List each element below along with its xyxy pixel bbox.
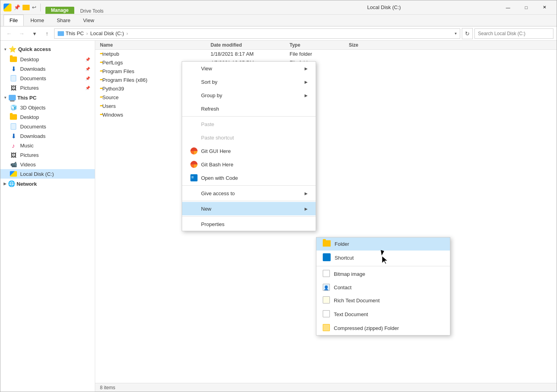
submenu-item-folder[interactable]: Folder [316, 237, 450, 251]
window-controls: — □ ✕ [499, 0, 553, 15]
ctx-sort[interactable]: Sort by ▶ [182, 75, 316, 89]
submenu-item-contact[interactable]: 👤 Contact [316, 281, 450, 294]
folder-submenu-icon [323, 240, 331, 248]
sidebar-item-videos[interactable]: 📹 Videos [0, 160, 95, 169]
search-input[interactable] [478, 31, 550, 36]
maximize-button[interactable]: □ [517, 0, 535, 15]
address-bar[interactable]: This PC › Local Disk (C:) › ▾ [54, 28, 460, 39]
submenu-arrow: ▶ [305, 93, 308, 98]
col-date-header[interactable]: Date modified [211, 42, 290, 48]
address-bar-row: ← → ▾ ↑ This PC › Local Disk (C:) › ▾ ↻ [0, 26, 557, 41]
table-row[interactable]: Program Files (x86) 1/20/2021 2:53 PM Fi… [95, 76, 557, 85]
refresh-button[interactable]: ↻ [462, 28, 473, 39]
tab-home[interactable]: Home [24, 15, 50, 26]
folder-icon [10, 56, 17, 63]
tb-folder-icon [23, 5, 30, 10]
sidebar-item-documents-quick[interactable]: Documents 📌 [0, 74, 95, 83]
vscode-icon [190, 174, 198, 182]
paste-icon [190, 120, 198, 128]
ctx-give-access[interactable]: Give access to ▶ [182, 187, 316, 200]
submenu-item-compressed[interactable]: Compressed (zipped) Folder [316, 321, 450, 335]
back-button[interactable]: ← [4, 28, 15, 39]
ctx-git-bash[interactable]: Git Bash Here [182, 158, 316, 171]
search-bar[interactable] [474, 28, 553, 39]
table-row[interactable]: inetpub 1/18/2021 8:17 AM File folder [95, 50, 557, 58]
submenu-item-shortcut[interactable]: Shortcut [316, 251, 450, 265]
network-header[interactable]: ▶ 🌐 Network [0, 179, 95, 189]
give-access-icon [190, 189, 198, 197]
submenu-item-richtext[interactable]: Rich Text Document [316, 294, 450, 307]
contact-submenu-icon: 👤 [323, 284, 330, 291]
ctx-view[interactable]: View ▶ [182, 62, 316, 75]
col-size-header[interactable]: Size [349, 42, 358, 48]
ribbon-area: Manage Drive Tools [45, 1, 269, 14]
col-type-header[interactable]: Type [290, 42, 349, 48]
table-row[interactable]: Windows 3/8/2023 8:01 AM File folder [95, 111, 557, 119]
close-button[interactable]: ✕ [535, 0, 553, 15]
ctx-label: Group by [201, 92, 222, 98]
sidebar-item-localdisk[interactable]: Local Disk (C:) [0, 169, 95, 179]
forward-button[interactable]: → [16, 28, 27, 39]
sidebar-item-downloads-pc[interactable]: ⬇ Downloads [0, 131, 95, 141]
table-row[interactable]: PerfLogs 4/5/2021 12:35 PM File folder [95, 58, 557, 67]
tb-undo-icon[interactable]: ↩ [32, 4, 36, 10]
sidebar-item-3dobjects[interactable]: 🧊 3D Objects [0, 103, 95, 112]
sidebar-item-downloads-quick[interactable]: ⬇ Downloads 📌 [0, 64, 95, 74]
ctx-label: Git Bash Here [201, 162, 233, 168]
submenu-label: Rich Text Document [334, 298, 380, 303]
drive-tools-label[interactable]: Drive Tools [77, 8, 107, 14]
table-row[interactable]: Users 10/22/2021 1:55 PM File folder [95, 102, 557, 111]
disk-icon [10, 170, 17, 177]
col-name-header[interactable]: Name [100, 42, 211, 48]
pin-button[interactable]: 📌 [14, 4, 20, 10]
quick-access-header[interactable]: ▼ ⭐ Quick access [0, 44, 95, 55]
sidebar-item-label: Documents [20, 75, 46, 81]
ctx-label: Git GUI Here [201, 148, 231, 154]
context-menu: View ▶ Sort by ▶ Group by ▶ Refresh Past… [182, 61, 316, 231]
ctx-properties[interactable]: Properties [182, 217, 316, 231]
network-chevron: ▶ [4, 182, 6, 186]
ribbon-nav: File Home Share View [0, 15, 557, 26]
ctx-label: Open with Code [201, 175, 238, 181]
ctx-refresh[interactable]: Refresh [182, 102, 316, 115]
dropdown-button[interactable]: ▾ [29, 28, 40, 39]
group-icon [190, 91, 198, 99]
submenu-label: Contact [334, 285, 352, 290]
ctx-git-gui[interactable]: Git GUI Here [182, 144, 316, 158]
sidebar-item-pictures-pc[interactable]: 🖼 Pictures [0, 150, 95, 160]
sidebar-item-desktop-pc[interactable]: Desktop [0, 112, 95, 122]
sidebar-item-pictures-quick[interactable]: 🖼 Pictures 📌 [0, 83, 95, 92]
ctx-label: Properties [201, 221, 224, 227]
tab-view[interactable]: View [77, 15, 100, 26]
manage-tab-label[interactable]: Manage [45, 7, 74, 14]
ctx-group[interactable]: Group by ▶ [182, 89, 316, 102]
pin-icon: 📌 [85, 86, 90, 90]
text-submenu-icon [323, 310, 330, 318]
3d-icon: 🧊 [10, 104, 17, 111]
submenu-item-textdoc[interactable]: Text Document [316, 307, 450, 321]
up-button[interactable]: ↑ [41, 28, 53, 39]
breadcrumb-this-pc[interactable]: This PC [66, 30, 84, 36]
tab-file[interactable]: File [4, 15, 24, 26]
table-row[interactable]: Source 2/19/2021 12:46 PM File folder [95, 93, 557, 102]
table-row[interactable]: Python39 1/20/2021 2:45 PM File folder [95, 85, 557, 93]
this-pc-chevron: ▼ [4, 96, 7, 100]
ctx-new[interactable]: New ▶ [182, 202, 316, 215]
ctx-open-with-code[interactable]: Open with Code [182, 171, 316, 185]
pin-icon: 📌 [85, 76, 90, 81]
content-header: Name Date modified Type Size [95, 41, 557, 50]
ctx-paste: Paste [182, 117, 316, 131]
address-dropdown-arrow[interactable]: ▾ [455, 31, 457, 36]
sidebar-item-desktop-quick[interactable]: Desktop 📌 [0, 55, 95, 64]
quick-access-icon: ⭐ [9, 45, 17, 53]
breadcrumb-local-disk[interactable]: Local Disk (C:) [90, 30, 124, 36]
file-date: 1/18/2021 8:17 AM [211, 51, 290, 57]
submenu-item-bitmap[interactable]: Bitmap image [316, 267, 450, 281]
sidebar-item-documents-pc[interactable]: Documents [0, 122, 95, 131]
this-pc-header[interactable]: ▼ This PC [0, 92, 95, 103]
table-row[interactable]: Program Files 3/8/2023 8:26 AM File fold… [95, 67, 557, 76]
tab-share[interactable]: Share [51, 15, 77, 26]
minimize-button[interactable]: — [499, 0, 517, 15]
submenu-separator [316, 266, 450, 266]
sidebar-item-music[interactable]: ♪ Music [0, 141, 95, 150]
